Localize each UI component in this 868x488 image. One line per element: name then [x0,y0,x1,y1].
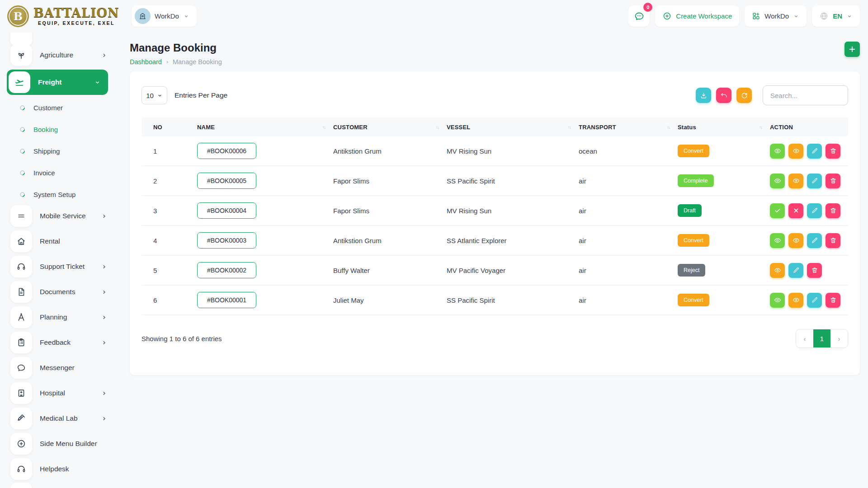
chevron-right-icon [101,339,108,346]
table-row: 4#BOOK00003Antikstion GrumSS Atlantic Ex… [142,226,848,256]
chevron-down-icon [846,13,853,19]
messages-button[interactable]: 0 [628,5,650,27]
sidebar-subitem-booking[interactable]: Booking [7,118,117,140]
sidebar-item-hospital[interactable]: Hospital [7,382,117,404]
delete-button[interactable] [826,233,840,248]
x-icon [793,207,800,214]
sidebar-item-freight[interactable]: Freight [7,70,108,95]
invoice-view-button[interactable] [788,174,803,188]
workspace-avatar [135,8,151,24]
booking-name-box[interactable]: #BOOK00001 [197,292,256,308]
chevron-down-icon [183,13,189,19]
delete-button[interactable] [826,293,840,308]
sidebar-item-rental[interactable]: Rental [7,230,117,252]
invoice-view-button[interactable] [788,293,803,308]
bookings-table: NONAME↑↓CUSTOMER↑↓VESSEL↑↓TRANSPORT↑↓Sta… [142,117,848,315]
pagination-prev-button[interactable]: ‹ [796,329,813,347]
view-button[interactable] [770,144,785,159]
sidebar-item-label: Mobile Service [40,212,86,220]
booking-name-box[interactable]: #BOOK00005 [197,173,256,189]
invoice-view-button[interactable] [788,144,803,159]
sidebar-subitem-customer[interactable]: Customer [7,97,117,118]
refresh-button[interactable] [736,88,752,103]
breadcrumb: Dashboard › Manage Booking [130,58,222,66]
sidebar-subitem-label: Invoice [33,169,55,177]
delete-button[interactable] [807,263,822,278]
invoice-view-button[interactable] [788,233,803,248]
entries-per-page-label: Entries Per Page [175,91,227,99]
sidebar-item-medical-lab[interactable]: Medical Lab [7,408,117,429]
sidebar-subitem-invoice[interactable]: Invoice [7,162,117,183]
trash-icon [830,207,837,214]
plus-circle-icon [662,11,672,21]
view-button[interactable] [770,293,785,308]
search-input[interactable] [763,85,848,105]
table-row: 3#BOOK00004Fapor SlimsMV Rising SunairDr… [142,196,848,226]
sidebar-item-documents[interactable]: Documents [7,281,117,303]
pencil-icon [793,267,800,274]
column-header-name[interactable]: NAME↑↓ [197,124,333,131]
breadcrumb-current: Manage Booking [173,58,222,66]
entries-summary: Showing 1 to 6 of 6 entries [142,335,222,343]
sort-arrows-icon[interactable]: ↑↓ [667,125,670,130]
sidebar-subitem-label: System Setup [33,191,75,198]
brand-logo[interactable]: B BATTALION EQUIP, EXECUTE, EXEL [7,5,119,27]
main-content: Manage Booking Dashboard › Manage Bookin… [117,33,868,375]
breadcrumb-dashboard-link[interactable]: Dashboard [130,58,162,66]
sidebar-item-mobile-service[interactable]: Mobile Service [7,205,117,227]
user-menu[interactable]: WorkDo [745,5,807,27]
customer-cell: Antikstion Grum [333,147,447,155]
sort-arrows-icon[interactable]: ↑↓ [759,125,762,130]
sidebar-item-agriculture[interactable]: Agriculture [7,44,117,66]
view-button[interactable] [770,233,785,248]
workspace-switcher[interactable]: WorkDo [132,5,197,27]
edit-button[interactable] [807,203,822,218]
customer-cell: Fapor Slims [333,177,447,185]
sidebar-subitem-system-setup[interactable]: System Setup [7,183,117,205]
chevron-down-icon [94,79,101,86]
edit-button[interactable] [807,233,822,248]
sidebar-item-helpdesk[interactable]: Helpdesk [7,458,117,480]
delete-button[interactable] [826,203,840,218]
sidebar-subitem-shipping[interactable]: Shipping [7,140,117,162]
booking-name-box[interactable]: #BOOK00002 [197,262,256,278]
reset-button[interactable] [716,88,731,103]
sidebar-item-label: Support Ticket [40,263,85,271]
pagination-page-1[interactable]: 1 [813,329,830,347]
pagination-next-button[interactable]: › [830,329,848,347]
sort-arrows-icon[interactable]: ↑↓ [568,125,571,130]
edit-button[interactable] [807,174,822,188]
table-row: 6#BOOK00001Juliet MaySS Pacific Spiritai… [142,286,848,315]
entries-per-page-select[interactable]: 10 [142,86,167,104]
add-booking-button[interactable] [844,42,860,57]
sort-arrows-icon[interactable]: ↑↓ [436,125,439,130]
delete-button[interactable] [826,144,840,159]
sidebar-item-side-menu-builder[interactable]: Side Menu Builder [7,433,117,455]
booking-name-box[interactable]: #BOOK00003 [197,232,256,249]
export-button[interactable] [696,88,711,103]
booking-name-box[interactable]: #BOOK00004 [197,202,256,219]
column-header-status[interactable]: Status↑↓ [678,124,770,131]
status-badge: Reject [678,264,705,277]
edit-button[interactable] [807,293,822,308]
sidebar-item-support-ticket[interactable]: Support Ticket [7,256,117,277]
sidebar-item-messenger[interactable]: Messenger [7,357,117,379]
invoice-view-button[interactable] [770,263,785,278]
sort-arrows-icon[interactable]: ↑↓ [322,125,325,130]
view-button[interactable] [770,174,785,188]
edit-button[interactable] [788,263,803,278]
approve-button[interactable] [770,203,785,218]
trash-icon [830,296,837,304]
booking-name-box[interactable]: #BOOK00006 [197,143,256,159]
table-row: 2#BOOK00005Fapor SlimsSS Pacific Spirita… [142,166,848,196]
column-header-transport[interactable]: TRANSPORT↑↓ [579,124,678,131]
sidebar-item-feedback[interactable]: Feedback [7,332,117,353]
column-header-customer[interactable]: CUSTOMER↑↓ [333,124,447,131]
sidebar-item-planning[interactable]: Planning [7,306,117,328]
create-workspace-button[interactable]: Create Workspace [655,5,739,27]
edit-button[interactable] [807,144,822,159]
delete-button[interactable] [826,174,840,188]
column-header-vessel[interactable]: VESSEL↑↓ [447,124,579,131]
reject-button[interactable] [788,203,803,218]
language-selector[interactable]: EN [812,5,860,27]
